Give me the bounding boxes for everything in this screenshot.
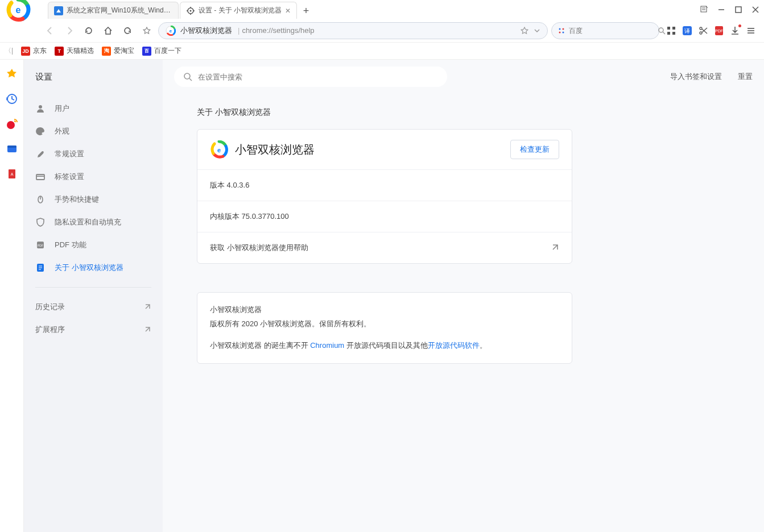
external-icon: [550, 243, 559, 252]
settings-search[interactable]: [174, 66, 447, 87]
nav-extensions[interactable]: 扩展程序: [24, 318, 163, 341]
credit-line: 小智双核浏览器 的诞生离不开 Chromium 开放源代码项目以及其他开放源代码…: [210, 339, 559, 353]
settings-title: 设置: [35, 72, 52, 82]
settings-content: 导入书签和设置 重置 关于 小智双核浏览器 e 小智双核浏览器 检查更新 版本 …: [163, 60, 764, 532]
forward-button[interactable]: [61, 23, 77, 39]
settings-search-input[interactable]: [198, 73, 438, 81]
translate-icon[interactable]: 译: [682, 26, 692, 36]
site-name: 小智双核浏览器: [180, 26, 232, 36]
tab-close-icon[interactable]: ✕: [285, 7, 291, 15]
nav-label: 标签设置: [55, 172, 84, 182]
svg-point-39: [7, 121, 15, 129]
svg-rect-41: [7, 146, 16, 148]
bookmark-bar: 〈| JD京东 T天猫精选 淘爱淘宝 百百度一下: [0, 43, 764, 60]
svg-text:译: 译: [684, 28, 690, 34]
minimize-icon[interactable]: [717, 6, 725, 14]
bookmark-item[interactable]: JD京东: [21, 46, 47, 56]
bookmark-label: 爱淘宝: [114, 46, 134, 56]
external-icon: [143, 326, 151, 334]
search-input[interactable]: [569, 27, 654, 35]
nav-label: 隐私设置和自动填充: [55, 217, 121, 227]
nav-privacy[interactable]: 隐私设置和自动填充: [24, 211, 163, 234]
note-icon[interactable]: [700, 6, 708, 14]
scissors-icon[interactable]: [698, 26, 708, 36]
check-update-button[interactable]: 检查更新: [510, 140, 559, 159]
nav-label: 扩展程序: [35, 325, 65, 335]
import-bookmarks-link[interactable]: 导入书签和设置: [670, 72, 722, 82]
svg-point-29: [700, 27, 702, 30]
paw-icon: [557, 27, 565, 35]
chevron-left-icon[interactable]: 〈|: [5, 46, 13, 56]
tab-active[interactable]: 设置 - 关于 小智双核浏览器 ✕: [180, 2, 297, 19]
site-favicon: [54, 6, 63, 15]
window-icon[interactable]: [6, 143, 18, 155]
new-tab-button[interactable]: +: [298, 3, 314, 19]
about-card: e 小智双核浏览器 检查更新 版本 4.0.3.6 内核版本 75.0.3770…: [197, 129, 572, 264]
tab-label: 系统之家官网_Win10系统_Windows: [67, 6, 172, 15]
nav-label: 手势和快捷键: [55, 194, 99, 205]
nav-history[interactable]: 历史记录: [24, 296, 163, 318]
opensource-link[interactable]: 开放源代码软件: [428, 341, 480, 350]
version-text: 版本 4.0.3.6: [210, 180, 249, 190]
browser-logo: e: [210, 140, 228, 159]
search-icon: [183, 72, 192, 81]
svg-rect-10: [701, 6, 707, 12]
nav-label: 常规设置: [55, 149, 84, 159]
star-button[interactable]: [139, 23, 155, 39]
tab-strip: 系统之家官网_Win10系统_Windows 设置 - 关于 小智双核浏览器 ✕…: [48, 0, 314, 19]
svg-rect-23: [667, 27, 670, 30]
external-icon: [143, 303, 151, 311]
maximize-icon[interactable]: [734, 6, 742, 14]
copyright-line2: 版权所有 2020 小智双核浏览器。保留所有权利。: [210, 317, 559, 331]
bookmark-item[interactable]: 百百度一下: [142, 46, 181, 56]
nav-about[interactable]: 关于 小智双核浏览器: [24, 256, 163, 279]
nav-general[interactable]: 常规设置: [24, 143, 163, 165]
nav-label: 外观: [55, 126, 69, 136]
back-button[interactable]: [42, 23, 58, 39]
weibo-icon[interactable]: [6, 118, 18, 130]
menu-icon[interactable]: [746, 26, 756, 36]
core-version-row: 内核版本 75.0.3770.100: [197, 201, 572, 232]
bookmark-item[interactable]: 淘爱淘宝: [102, 46, 134, 56]
bookmark-label: 京东: [33, 46, 47, 56]
url-separator: |: [238, 26, 239, 35]
grid-icon[interactable]: [666, 26, 676, 36]
close-icon[interactable]: [751, 6, 759, 14]
history-icon[interactable]: [6, 93, 18, 105]
doc-icon[interactable]: A: [6, 168, 18, 180]
settings-nav: 设置 用户 外观 常规设置 标签设置 手势和快捷键 隐私设置和自动填充 PDFP…: [24, 60, 163, 532]
page-heading: 关于 小智双核浏览器: [197, 107, 572, 118]
bookmark-item[interactable]: T天猫精选: [55, 46, 94, 56]
search-box[interactable]: [551, 22, 659, 39]
pdf-icon[interactable]: PDF: [714, 26, 724, 36]
version-row: 版本 4.0.3.6: [197, 169, 572, 201]
nav-gestures[interactable]: 手势和快捷键: [24, 188, 163, 211]
undo-button[interactable]: [119, 23, 135, 39]
toolbar-icons: 译 PDF: [663, 26, 759, 36]
settings-page: 设置 用户 外观 常规设置 标签设置 手势和快捷键 隐私设置和自动填充 PDFP…: [24, 60, 764, 532]
nav-divider: [35, 287, 151, 288]
url-box[interactable]: e 小智双核浏览器 | chrome://settings/help: [158, 22, 548, 39]
nav-pdf[interactable]: PDFPDF 功能: [24, 234, 163, 256]
svg-point-55: [184, 73, 190, 79]
help-row[interactable]: 获取 小智双核浏览器使用帮助: [197, 232, 572, 263]
reload-button[interactable]: [81, 23, 97, 39]
svg-rect-45: [36, 174, 44, 180]
chevron-down-icon[interactable]: [534, 27, 540, 34]
svg-text:A: A: [10, 172, 13, 176]
chromium-link[interactable]: Chromium: [310, 341, 344, 350]
nav-label: PDF 功能: [55, 240, 86, 250]
favorites-icon[interactable]: [6, 68, 18, 80]
home-button[interactable]: [100, 23, 116, 39]
nav-tabs[interactable]: 标签设置: [24, 165, 163, 188]
browser-icon: e: [166, 26, 176, 36]
star-outline-icon[interactable]: [520, 26, 529, 35]
nav-user[interactable]: 用户: [24, 97, 163, 120]
svg-text:PDF: PDF: [715, 29, 723, 33]
left-rail: A: [0, 60, 24, 532]
tab-inactive[interactable]: 系统之家官网_Win10系统_Windows: [48, 2, 179, 19]
nav-appearance[interactable]: 外观: [24, 120, 163, 143]
download-icon[interactable]: [730, 26, 740, 36]
reset-link[interactable]: 重置: [738, 72, 753, 82]
svg-rect-26: [672, 32, 675, 35]
